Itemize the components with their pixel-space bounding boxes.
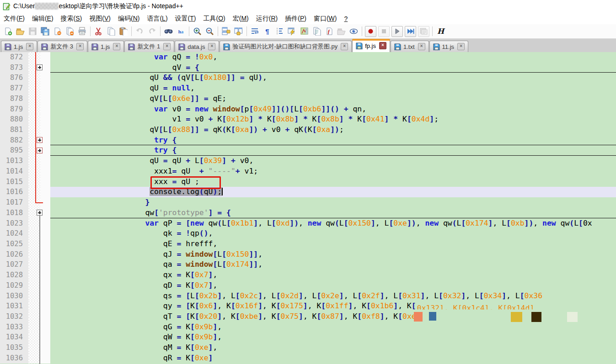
code-line[interactable]: 1014 xxx1= qU + "----"+ v1; <box>0 166 616 177</box>
code-text-area[interactable]: try { <box>50 145 616 156</box>
fold-collapsed-icon[interactable] <box>37 210 43 216</box>
code-line[interactable]: 878 qV[L[0x6e]] = qE; <box>0 94 616 104</box>
menu-item-编辑[interactable]: 编辑(E) <box>28 14 57 24</box>
tab-新文件 1[interactable]: 新文件 1× <box>124 41 174 52</box>
indent-guide-icon[interactable] <box>274 26 285 37</box>
code-line[interactable]: 1026 qJ = window[L[0x150]], <box>0 249 616 260</box>
code-text-area[interactable]: qD = K[0x7], <box>50 280 616 291</box>
code-text-area[interactable]: qk = !qp(), <box>50 228 616 239</box>
code-line[interactable]: 881 qV[L[0x88]] = qK(K[0xa]) + v0 + qK(K… <box>0 125 616 135</box>
menu-item-宏[interactable]: 宏(M) <box>229 14 252 24</box>
code-line[interactable]: 1013 qU = qU + L[0x39] + v0, <box>0 156 616 166</box>
word-wrap-icon[interactable] <box>249 26 261 37</box>
code-text-area[interactable]: qU = qU + L[0x39] + v0, <box>50 156 616 166</box>
code-text-area[interactable]: var qP = [new qw(L[0x1b1], L[0xd]), new … <box>50 218 616 229</box>
code-text-area[interactable]: var qQ = !0x0, <box>50 52 616 63</box>
redo-icon[interactable] <box>146 26 158 37</box>
code-text-area[interactable]: } <box>50 197 616 208</box>
tab-close-icon[interactable]: × <box>163 43 171 50</box>
code-line[interactable]: 1031 qy = [K[0x6], K[0x16f], K[0x175], K… <box>0 301 616 311</box>
replace-icon[interactable]: ha <box>175 26 187 37</box>
menu-item-文件[interactable]: 文件(F) <box>0 14 28 24</box>
code-text-area[interactable]: try { <box>50 135 616 146</box>
macro-play-icon[interactable] <box>391 26 403 37</box>
show-all-characters-icon[interactable]: ¶ <box>262 26 273 37</box>
close-all-icon[interactable] <box>64 26 75 37</box>
code-line[interactable]: 1034 qW = K[0x9b], <box>0 332 616 343</box>
tab-data.js[interactable]: data.js× <box>175 41 219 52</box>
tab-close-icon[interactable]: × <box>208 43 215 50</box>
code-line[interactable]: 1032 qT = [K[0x20], K[0xbe], K[0x75], K[… <box>0 311 616 322</box>
code-line[interactable]: 1030 qs = [L[0x2b], L[0x2c], L[0x2d], L[… <box>0 291 616 301</box>
open-file-icon[interactable] <box>15 26 26 37</box>
sync-horizontal-icon[interactable] <box>233 26 244 37</box>
code-text-area[interactable]: qV = { <box>50 63 616 73</box>
code-text-area[interactable]: qV[L[0x6e]] = qE; <box>50 94 616 104</box>
save-all-icon[interactable] <box>39 26 51 37</box>
code-text-area[interactable]: qU = null, <box>50 83 616 94</box>
code-text-area[interactable]: var v0 = new window[p[0x49]]()[L[0xb6]](… <box>50 104 616 115</box>
code-line[interactable]: 895 try { <box>0 145 616 156</box>
menu-item-插件[interactable]: 插件(P) <box>281 14 310 24</box>
code-line[interactable]: 1017 } <box>0 197 616 208</box>
code-text-area[interactable]: qG = K[0x9b], <box>50 322 616 332</box>
paste-icon[interactable] <box>118 26 129 37</box>
tab-close-icon[interactable]: × <box>341 43 348 50</box>
code-text-area[interactable]: qx = K[0x7], <box>50 270 616 280</box>
code-line[interactable]: 1035 qM = K[0xe], <box>0 343 616 353</box>
menu-item-搜索[interactable]: 搜索(S) <box>57 14 86 24</box>
find-icon[interactable] <box>163 26 174 37</box>
code-text-area[interactable]: qs = [L[0x2b], L[0x2c], L[0x2d], L[0x2e]… <box>50 291 616 301</box>
code-line[interactable]: 879 var v0 = new window[p[0x49]]()[L[0xb… <box>0 104 616 115</box>
code-line[interactable]: 873 qV = { <box>0 63 616 73</box>
tab-fp.js[interactable]: fp.js× <box>352 39 390 52</box>
code-line[interactable]: 1036 qR = K[0xe] <box>0 353 616 364</box>
folder-as-workspace-icon[interactable] <box>336 26 347 37</box>
function-completion-icon[interactable] <box>286 26 298 37</box>
print-icon[interactable] <box>76 26 88 37</box>
macro-save-icon[interactable] <box>418 26 429 37</box>
code-text-area[interactable]: qU && (qV[L[0x180]] = qU), <box>50 73 616 83</box>
tab-close-icon[interactable]: × <box>418 43 425 50</box>
code-text-area[interactable]: qM = K[0xe], <box>50 343 616 353</box>
tab-1.txt[interactable]: 1.txt× <box>391 41 429 52</box>
macro-stop-icon[interactable] <box>378 26 390 37</box>
menu-item-设置[interactable]: 设置(T) <box>171 14 200 24</box>
code-line[interactable]: 1023 var qP = [new qw(L[0x1b1], L[0xd]),… <box>0 218 616 229</box>
tab-1.js[interactable]: 1.js× <box>88 41 124 52</box>
code-text-area[interactable]: qE = hrefff, <box>50 239 616 249</box>
menu-item-运行[interactable]: 运行(R) <box>252 14 281 24</box>
macro-record-icon[interactable] <box>365 26 376 37</box>
code-text-area[interactable]: qR = K[0xe] <box>50 353 616 364</box>
close-file-icon[interactable] <box>52 26 63 37</box>
code-line[interactable]: 1018 qw['prototype'] = { <box>0 208 616 218</box>
tab-close-icon[interactable]: × <box>457 43 465 50</box>
undo-icon[interactable] <box>134 26 145 37</box>
zoom-in-icon[interactable] <box>192 26 203 37</box>
code-line[interactable]: 1028 qx = K[0x7], <box>0 270 616 280</box>
tab-11.js[interactable]: 11.js× <box>429 41 469 52</box>
code-line[interactable]: 872 var qQ = !0x0, <box>0 52 616 63</box>
tab-close-icon[interactable]: × <box>113 43 120 50</box>
fold-collapsed-icon[interactable] <box>37 148 43 153</box>
code-text-area[interactable]: qw['prototype'] = { <box>50 208 616 218</box>
new-file-icon[interactable] <box>2 26 14 37</box>
code-text-area[interactable]: xxx = qU ; <box>50 177 616 187</box>
menu-item-视图[interactable]: 视图(V) <box>86 14 114 24</box>
code-line[interactable]: 1016 console.log(qU); <box>0 187 616 197</box>
tab-验证码图片比对-缺口图和缺口背景图.py[interactable]: 验证码图片比对-缺口图和缺口背景图.py× <box>220 41 352 52</box>
function-list-icon[interactable]: ƒ <box>323 26 335 37</box>
menu-item-工具[interactable]: 工具(O) <box>199 14 229 24</box>
file-monitoring-icon[interactable] <box>348 26 359 37</box>
code-line[interactable]: 880 v1 = v0 + K[0x12b] * K[0x8b] * K[0x8… <box>0 114 616 125</box>
code-text-area[interactable]: qy = [K[0x6], K[0x16f], K[0x175], K[0x1f… <box>50 301 616 311</box>
code-text-area[interactable]: qa = window[L[0x174]], <box>50 259 616 270</box>
code-line[interactable]: 1027 qa = window[L[0x174]], <box>0 259 616 270</box>
code-line[interactable]: 876 qU && (qV[L[0x180]] = qU), <box>0 73 616 83</box>
menu-item-语言[interactable]: 语言(L) <box>143 14 171 24</box>
html-preview-icon[interactable]: H <box>435 26 446 37</box>
fold-collapsed-icon[interactable] <box>37 64 43 70</box>
code-line[interactable]: 1033 qG = K[0x9b], <box>0 322 616 332</box>
fold-collapsed-icon[interactable] <box>37 137 43 143</box>
tab-close-icon[interactable]: × <box>379 42 386 49</box>
